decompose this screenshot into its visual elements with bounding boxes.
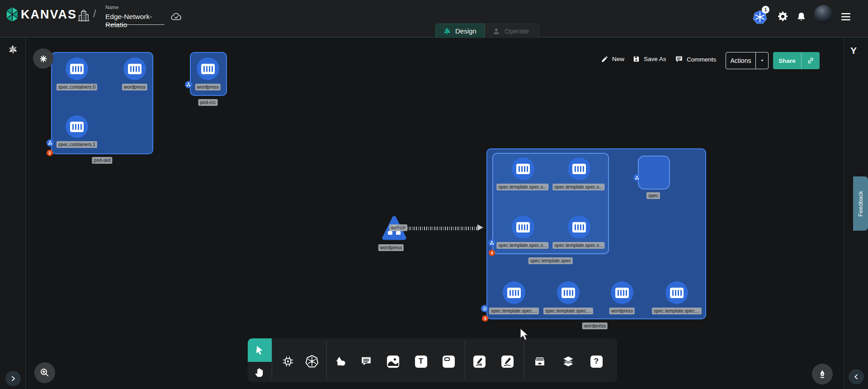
share-button[interactable]: Share <box>773 52 820 69</box>
node-deployment-1[interactable] <box>557 281 580 304</box>
tool-shapes[interactable] <box>331 351 350 371</box>
template-count-badge[interactable]: 3 <box>489 250 495 256</box>
node-spec-containers-1[interactable] <box>66 115 88 138</box>
node-label: spec.containers.0 <box>57 84 97 90</box>
copy-link-button[interactable] <box>802 57 820 65</box>
spec-relationship-badge[interactable] <box>633 174 641 181</box>
node-wordpress-skd[interactable] <box>123 57 146 80</box>
node-label: spec.containers.1 <box>57 141 97 148</box>
meshery-sync-spinner-icon <box>8 44 18 55</box>
deployment-count-badge[interactable]: 3 <box>482 315 488 322</box>
tool-help[interactable]: ? <box>587 351 606 371</box>
node-label: spec.template.spec.s... <box>552 184 604 190</box>
user-avatar[interactable] <box>814 5 833 24</box>
edge-arrowhead-icon <box>477 224 483 231</box>
node-deployment-0[interactable] <box>503 281 525 304</box>
group-spec-template-spec[interactable] <box>492 153 609 254</box>
organization-icon[interactable] <box>78 9 90 22</box>
tab-operate-label: Operate <box>505 27 529 35</box>
node-template-3[interactable] <box>568 216 590 238</box>
node-template-1[interactable] <box>568 157 590 180</box>
breadcrumb-separator: / <box>93 7 96 20</box>
expand-left-panel-button[interactable] <box>5 371 21 386</box>
node-template-2[interactable] <box>512 216 534 238</box>
tool-pan[interactable] <box>251 365 269 380</box>
yaml-panel-toggle[interactable]: Y <box>850 45 857 56</box>
group-label-template: spec.template.spec <box>528 257 573 264</box>
node-label: wordpress <box>609 308 635 314</box>
left-strip <box>0 38 26 389</box>
share-nodes-icon <box>186 82 191 87</box>
node-deployment-3[interactable] <box>665 281 688 304</box>
comments-button-label: Comments <box>687 56 716 63</box>
tool-comment[interactable] <box>357 351 376 371</box>
group-label-pod-rcc: pod-rcc <box>198 99 217 106</box>
hamburger-menu-icon[interactable] <box>840 12 851 22</box>
tab-operate[interactable]: Operate <box>485 24 539 38</box>
collapse-right-panel-button[interactable] <box>849 369 864 384</box>
new-button[interactable]: New <box>601 55 624 63</box>
pod-skd-count-badge[interactable]: 2 <box>47 150 53 156</box>
container-icon <box>516 164 530 174</box>
tool-text[interactable]: T <box>411 351 430 371</box>
tool-sticky-note[interactable] <box>439 351 458 371</box>
node-spec[interactable] <box>638 156 670 190</box>
pen-mode-button[interactable] <box>812 364 833 384</box>
container-icon <box>516 222 530 232</box>
dock-toggle-button[interactable] <box>33 48 53 69</box>
comment-icon <box>675 55 683 63</box>
tool-kubernetes[interactable] <box>302 351 321 371</box>
tool-image[interactable] <box>383 351 402 371</box>
save-as-button[interactable]: Save As <box>632 55 666 63</box>
shapes-icon <box>335 356 346 367</box>
pod-skd-relationship-badge[interactable] <box>47 139 54 147</box>
service-edge[interactable] <box>406 227 478 230</box>
actions-button[interactable]: Actions <box>726 52 769 69</box>
actions-dropdown-toggle[interactable] <box>756 58 768 63</box>
tool-select[interactable] <box>248 338 272 362</box>
zoom-in-button[interactable] <box>34 362 55 383</box>
node-template-0[interactable] <box>512 157 534 180</box>
deployment-relationship-badge[interactable] <box>481 305 488 312</box>
node-label: spec.template.spec.... <box>489 308 539 314</box>
node-label: wordpress <box>195 84 221 90</box>
design-name-label: Name <box>105 5 118 10</box>
design-swirl-icon <box>443 27 451 35</box>
notifications-bell-icon[interactable] <box>796 11 807 22</box>
design-name-input[interactable]: Edge-Network-Relatio <box>105 13 165 25</box>
container-icon <box>670 288 684 298</box>
node-label-spec: spec <box>646 192 660 199</box>
node-deployment-2[interactable] <box>611 281 633 304</box>
settings-gear-icon[interactable] <box>777 11 788 22</box>
text-tool-icon: T <box>415 356 427 368</box>
container-icon <box>572 164 586 174</box>
edge-port-label: 80/TCP <box>389 224 407 231</box>
node-spec-containers-0[interactable] <box>66 57 88 80</box>
comment-tool-icon <box>360 356 372 367</box>
tab-design-label: Design <box>455 27 476 35</box>
tool-component-library[interactable] <box>278 351 297 371</box>
container-icon <box>561 288 575 298</box>
container-icon <box>507 288 521 298</box>
save-floppy-icon <box>632 55 640 63</box>
container-icon <box>201 64 215 74</box>
mesh-sphere-icon <box>482 306 487 311</box>
layers-icon <box>562 355 575 368</box>
tab-design[interactable]: Design <box>435 24 485 38</box>
feedback-tab[interactable]: Feedback <box>853 176 868 231</box>
node-wordpress-rcc[interactable] <box>197 57 219 80</box>
pod-rcc-relationship-badge[interactable] <box>185 81 192 88</box>
zoom-in-magnifier-icon <box>39 367 50 378</box>
container-icon <box>615 288 629 298</box>
tool-layers[interactable] <box>559 351 578 371</box>
comments-button[interactable]: Comments <box>675 55 716 63</box>
toolbar-divider <box>524 341 524 380</box>
template-relationship-badge[interactable] <box>488 239 495 247</box>
kanvas-app: KANVAS / Name Edge-Network-Relatio <box>0 0 868 389</box>
container-icon <box>70 122 84 132</box>
pencil-new-icon <box>601 55 609 63</box>
tool-pen[interactable] <box>470 351 489 371</box>
tool-pencil[interactable] <box>498 351 517 371</box>
toolbar-divider <box>326 341 327 380</box>
tool-drawer[interactable] <box>530 351 549 371</box>
